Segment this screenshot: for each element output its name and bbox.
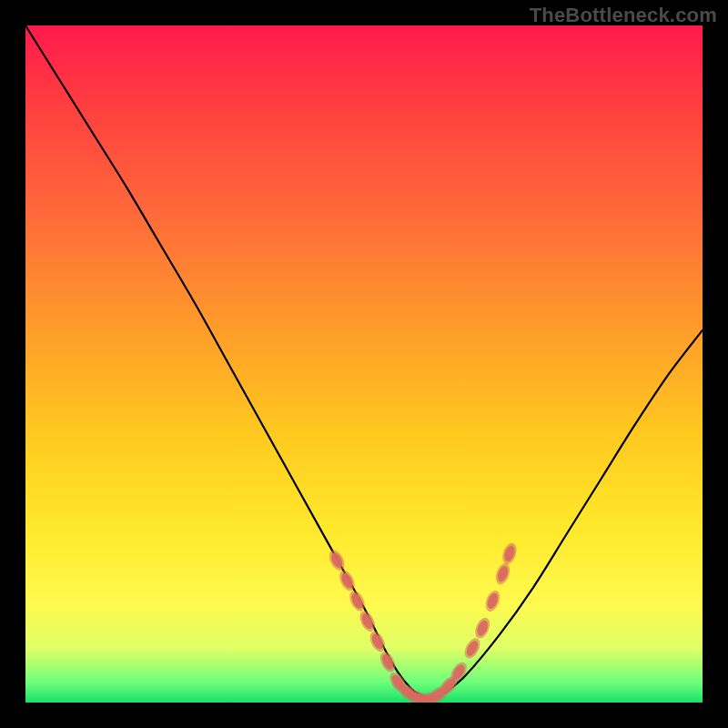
bottleneck-curve-path xyxy=(25,25,703,699)
curve-layer xyxy=(25,25,703,703)
bottleneck-curve xyxy=(25,25,703,699)
curve-marker xyxy=(461,636,483,662)
curve-marker xyxy=(493,561,512,586)
curve-marker xyxy=(472,615,492,641)
curve-markers xyxy=(327,541,520,703)
curve-marker xyxy=(500,541,520,566)
plot-area xyxy=(25,25,703,703)
curve-marker xyxy=(377,649,398,674)
watermark-text: TheBottleneck.com xyxy=(530,4,717,27)
curve-marker xyxy=(483,589,503,613)
curve-marker xyxy=(327,548,348,573)
chart-frame: TheBottleneck.com xyxy=(0,0,728,728)
